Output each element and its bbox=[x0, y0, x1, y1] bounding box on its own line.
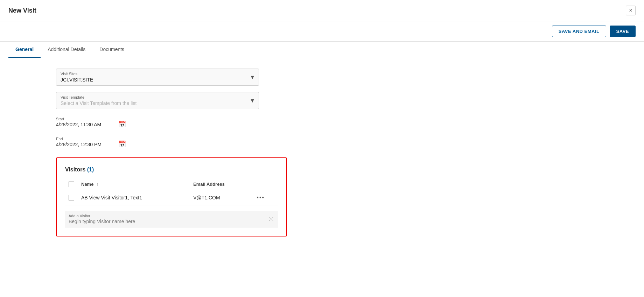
tab-documents[interactable]: Documents bbox=[92, 42, 131, 58]
visitor-email: V@T1.COM bbox=[190, 190, 253, 205]
visitors-header: Visitors (1) bbox=[65, 167, 278, 173]
add-visitor-input[interactable] bbox=[69, 219, 265, 224]
start-date-group: Start 4/28/2022, 11:30 AM 📅 bbox=[56, 115, 307, 129]
end-date-field[interactable]: End 4/28/2022, 12:30 PM 📅 bbox=[56, 135, 126, 149]
visitors-count: (1) bbox=[87, 167, 94, 172]
col-email: Email Address bbox=[190, 178, 253, 190]
visitors-table-header: Name ↑ Email Address bbox=[65, 178, 278, 190]
visitor-name: AB View Visit Visitor1, Text1 bbox=[78, 190, 190, 205]
save-button[interactable]: SAVE bbox=[610, 26, 636, 37]
row-checkbox[interactable] bbox=[69, 195, 74, 200]
modal-header: New Visit × bbox=[0, 0, 644, 21]
start-label: Start bbox=[56, 117, 113, 121]
header-checkbox-cell bbox=[65, 178, 78, 190]
start-calendar-icon[interactable]: 📅 bbox=[118, 120, 126, 128]
col-name-label: Name bbox=[81, 182, 93, 187]
name-sort-icon[interactable]: ↑ bbox=[96, 182, 98, 187]
visitors-table-body: AB View Visit Visitor1, Text1 V@T1.COM •… bbox=[65, 190, 278, 205]
tab-general[interactable]: General bbox=[8, 42, 41, 58]
start-date-field[interactable]: Start 4/28/2022, 11:30 AM 📅 bbox=[56, 115, 126, 129]
visitors-header-row: Name ↑ Email Address bbox=[65, 178, 278, 190]
modal-title: New Visit bbox=[8, 7, 36, 14]
toolbar: SAVE AND EMAIL SAVE bbox=[0, 21, 644, 42]
clear-visitor-icon[interactable]: ⛌ bbox=[269, 215, 275, 222]
visit-template-field[interactable]: Visit Template Select a Visit Template f… bbox=[56, 92, 259, 109]
tab-additional-details[interactable]: Additional Details bbox=[41, 42, 92, 58]
add-visitor-area: Add a Visitor ⛌ bbox=[65, 211, 278, 227]
visit-sites-group: Visit Sites JCI.VISIT.SITE ▼ bbox=[56, 69, 307, 86]
visitors-table: Name ↑ Email Address AB Vie bbox=[65, 178, 278, 205]
col-name: Name ↑ bbox=[78, 178, 190, 190]
add-visitor-label: Add a Visitor bbox=[69, 214, 265, 218]
visit-sites-label: Visit Sites bbox=[61, 72, 246, 76]
visit-template-placeholder: Select a Visit Template from the list bbox=[61, 100, 136, 106]
visit-template-label: Visit Template bbox=[61, 95, 246, 99]
select-all-checkbox[interactable] bbox=[69, 182, 74, 187]
visit-sites-dropdown-icon: ▼ bbox=[250, 74, 255, 80]
visit-sites-value: JCI.VISIT.SITE bbox=[61, 77, 93, 83]
tabs-bar: General Additional Details Documents bbox=[0, 42, 644, 58]
end-calendar-icon[interactable]: 📅 bbox=[118, 140, 126, 148]
modal-container: New Visit × SAVE AND EMAIL SAVE General … bbox=[0, 0, 644, 297]
visit-template-dropdown-icon: ▼ bbox=[250, 98, 255, 104]
end-date-group: End 4/28/2022, 12:30 PM 📅 bbox=[56, 135, 307, 149]
col-email-label: Email Address bbox=[193, 182, 225, 187]
visit-sites-field[interactable]: Visit Sites JCI.VISIT.SITE ▼ bbox=[56, 69, 259, 86]
form-content: Visit Sites JCI.VISIT.SITE ▼ Visit Templ… bbox=[0, 58, 315, 247]
end-label: End bbox=[56, 137, 113, 141]
visitors-title: Visitors bbox=[65, 167, 87, 172]
close-button[interactable]: × bbox=[626, 6, 636, 15]
visitors-section: Visitors (1) Name ↑ Email Address bbox=[56, 157, 287, 236]
visitor-actions-cell: ••• bbox=[253, 190, 278, 205]
save-and-email-button[interactable]: SAVE AND EMAIL bbox=[552, 26, 606, 37]
visitor-more-button[interactable]: ••• bbox=[257, 195, 265, 201]
start-value: 4/28/2022, 11:30 AM bbox=[56, 122, 101, 127]
end-value: 4/28/2022, 12:30 PM bbox=[56, 142, 102, 147]
col-actions bbox=[253, 178, 278, 190]
table-row: AB View Visit Visitor1, Text1 V@T1.COM •… bbox=[65, 190, 278, 205]
visit-template-group: Visit Template Select a Visit Template f… bbox=[56, 92, 307, 109]
row-checkbox-cell bbox=[65, 190, 78, 205]
